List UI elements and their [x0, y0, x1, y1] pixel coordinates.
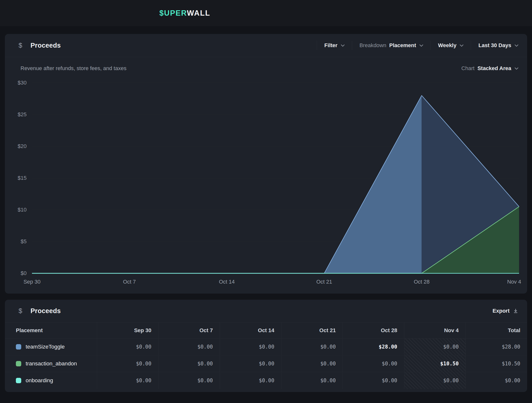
app-logo: $UPERWALL — [159, 9, 210, 18]
x-axis-label: Oct 7 — [123, 279, 136, 285]
value-cell: $0.00 — [404, 372, 466, 389]
chart-subheader: Revenue after refunds, store fees, and t… — [20, 64, 518, 73]
series-swatch-icon — [16, 344, 21, 350]
value-cell: $0.00 — [220, 355, 281, 372]
range-dropdown[interactable]: Last 30 Days — [478, 42, 518, 49]
value-cell: $0.00 — [97, 355, 158, 372]
series-swatch-icon — [16, 361, 21, 366]
x-axis-label: Nov 4 — [507, 279, 521, 285]
value-cell: $0.00 — [158, 372, 220, 389]
value-cell: $0.00 — [466, 372, 527, 389]
export-button[interactable]: Export — [492, 308, 518, 314]
chart-controls: Filter Breakdown Placement Weekly Last 3… — [309, 41, 518, 50]
chevron-down-icon — [515, 67, 518, 70]
value-cell: $10.50 — [404, 355, 466, 372]
chart-type-label: Chart — [461, 65, 475, 72]
placement-cell: transaction_abandon — [5, 355, 97, 372]
y-axis-label: $5 — [5, 238, 27, 245]
breakdown-dropdown[interactable]: Breakdown Placement — [359, 42, 423, 49]
download-icon — [513, 308, 518, 314]
logo-prefix: $UPER — [159, 9, 187, 17]
divider — [352, 41, 352, 50]
column-header: Oct 7 — [158, 322, 220, 339]
column-header: Oct 14 — [220, 322, 281, 339]
column-header: Oct 28 — [343, 322, 404, 339]
value-cell: $0.00 — [343, 355, 404, 372]
value-cell: $0.00 — [158, 339, 220, 355]
chart-panel-header: $ Proceeds Filter Breakdown Placement We… — [5, 34, 527, 57]
value-cell: $0.00 — [343, 372, 404, 389]
y-axis-label: $10 — [5, 207, 27, 213]
value-cell: $28.00 — [466, 339, 527, 355]
placement-cell: onboarding — [5, 372, 97, 389]
proceeds-table: PlacementSep 30Oct 7Oct 14Oct 21Oct 28No… — [5, 322, 527, 389]
placement-name: teamSizeToggle — [26, 344, 65, 350]
table-header-row: PlacementSep 30Oct 7Oct 14Oct 21Oct 28No… — [5, 322, 527, 339]
divider — [471, 41, 471, 50]
y-axis-label: $30 — [5, 80, 27, 86]
x-axis: Sep 30Oct 7Oct 14Oct 21Oct 28Nov 4 — [32, 273, 519, 294]
y-axis-label: $25 — [5, 111, 27, 118]
column-header: Total — [466, 322, 527, 339]
table-row: teamSizeToggle$0.00$0.00$0.00$0.00$28.00… — [5, 339, 527, 355]
column-header: Placement — [5, 322, 97, 339]
chart-panel-title: Proceeds — [31, 42, 61, 49]
value-cell: $0.00 — [404, 339, 466, 355]
export-label: Export — [492, 308, 510, 314]
chevron-down-icon — [515, 44, 518, 47]
value-cell: $28.00 — [343, 339, 404, 355]
value-cell: $0.00 — [281, 372, 343, 389]
top-bar: $UPERWALL — [0, 0, 532, 26]
interval-value: Weekly — [438, 42, 456, 49]
proceeds-chart-panel: $ Proceeds Filter Breakdown Placement We… — [5, 34, 527, 294]
dollar-icon: $ — [19, 42, 22, 49]
x-axis-label: Oct 21 — [316, 279, 332, 285]
x-axis-label: Sep 30 — [23, 279, 41, 285]
series-swatch-icon — [16, 378, 21, 383]
table-panel-title: Proceeds — [31, 307, 61, 315]
y-axis-label: $15 — [5, 175, 27, 181]
breakdown-value: Placement — [389, 42, 416, 49]
column-header: Nov 4 — [404, 322, 466, 339]
x-axis-label: Oct 14 — [219, 279, 235, 285]
value-cell: $0.00 — [220, 339, 281, 355]
value-cell: $0.00 — [158, 355, 220, 372]
stacked-area-chart[interactable]: $0$5$10$15$20$25$30 — [32, 83, 519, 273]
proceeds-table-panel: $ Proceeds Export PlacementSep 30Oct 7Oc… — [5, 300, 527, 392]
value-cell: $0.00 — [281, 355, 343, 372]
filter-dropdown[interactable]: Filter — [324, 42, 345, 49]
y-axis-label: $20 — [5, 143, 27, 149]
breakdown-label: Breakdown — [359, 42, 386, 49]
chart-subtitle: Revenue after refunds, store fees, and t… — [20, 65, 126, 72]
area-teamsizetoggle — [32, 95, 422, 273]
placement-name: onboarding — [26, 377, 53, 384]
interval-dropdown[interactable]: Weekly — [438, 42, 463, 49]
table-row: onboarding$0.00$0.00$0.00$0.00$0.00$0.00… — [5, 372, 527, 389]
range-value: Last 30 Days — [478, 42, 511, 49]
table-row: transaction_abandon$0.00$0.00$0.00$0.00$… — [5, 355, 527, 372]
chevron-down-icon — [419, 44, 423, 47]
value-cell: $0.00 — [281, 339, 343, 355]
y-axis-label: $0 — [5, 270, 27, 276]
placement-name: transaction_abandon — [26, 361, 77, 367]
table-panel-header: $ Proceeds Export — [5, 300, 527, 322]
x-axis-label: Oct 28 — [414, 279, 430, 285]
divider — [430, 41, 431, 50]
value-cell: $0.00 — [97, 339, 158, 355]
dollar-icon: $ — [19, 307, 22, 315]
placement-cell: teamSizeToggle — [5, 339, 97, 355]
chevron-down-icon — [460, 44, 463, 47]
value-cell: $10.50 — [466, 355, 527, 372]
value-cell: $0.00 — [220, 372, 281, 389]
chart-type-value: Stacked Area — [477, 65, 511, 72]
logo-suffix: WALL — [187, 9, 210, 17]
chevron-down-icon — [341, 44, 345, 47]
column-header: Sep 30 — [97, 322, 158, 339]
chart-type-dropdown[interactable]: Chart Stacked Area — [461, 65, 518, 72]
chart-canvas[interactable] — [32, 83, 519, 273]
column-header: Oct 21 — [281, 322, 343, 339]
filter-label: Filter — [324, 42, 338, 49]
value-cell: $0.00 — [97, 372, 158, 389]
divider — [317, 41, 317, 50]
